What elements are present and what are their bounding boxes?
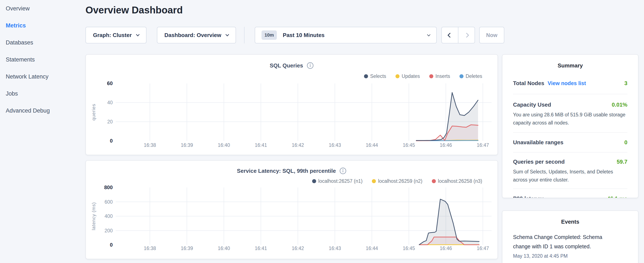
event-item[interactable]: Schema Change Completed: Schema change w… [502, 232, 638, 259]
legend-label: Updates [402, 73, 420, 79]
sidebar-item-advanced-debug[interactable]: Advanced Debug [0, 102, 86, 119]
sidebar-item-metrics[interactable]: Metrics [0, 17, 86, 34]
svg-text:16:42: 16:42 [292, 142, 304, 148]
legend-item[interactable]: Selects [364, 73, 386, 79]
sql-queries-chart[interactable]: 16:3816:3916:4016:4116:4216:4316:4416:45… [86, 80, 498, 153]
info-icon[interactable] [339, 167, 346, 174]
summary-row-label: Total Nodes [513, 80, 544, 87]
summary-row-p99-latency: P99 latency 46.1 ms [513, 189, 628, 198]
summary-body: Total Nodes View nodes list 3 Capacity U… [502, 69, 638, 198]
svg-text:16:38: 16:38 [144, 245, 156, 251]
svg-text:16:43: 16:43 [329, 142, 341, 148]
summary-row-value: 46.1 ms [607, 195, 628, 198]
sidebar: Overview Metrics Databases Statements Ne… [0, 0, 86, 263]
svg-text:16:47: 16:47 [477, 245, 489, 251]
event-message: Schema Change Completed: Schema change w… [513, 232, 615, 251]
toolbar-divider [244, 27, 244, 43]
summary-row-value: 0.01% [612, 102, 628, 108]
svg-text:latency (ms): latency (ms) [91, 202, 96, 230]
chart-legend: SelectsUpdatesInsertsDeletes [364, 73, 482, 79]
legend-dot-icon [396, 74, 400, 78]
summary-row-description: Sum of Selects, Updates, Inserts, and De… [513, 168, 628, 184]
time-range-step-group [442, 27, 475, 43]
legend-dot-icon [460, 74, 464, 78]
svg-text:16:44: 16:44 [366, 245, 378, 251]
summary-row-capacity-used: Capacity Used 0.01% You are using 28.6 M… [513, 94, 628, 133]
chevron-left-icon [447, 33, 452, 38]
chevron-down-icon [427, 33, 430, 36]
summary-row-value: 0 [624, 139, 628, 146]
dashboard-dropdown-label: Dashboard: Overview [164, 32, 221, 39]
svg-text:16:42: 16:42 [292, 245, 304, 251]
svg-text:16:47: 16:47 [477, 142, 489, 148]
summary-row-value: 59.7 [616, 158, 628, 165]
svg-text:600: 600 [104, 199, 113, 205]
summary-row-queries-per-second: Queries per second 59.7 Sum of Selects, … [513, 153, 628, 189]
svg-text:queries: queries [91, 104, 96, 120]
chart-title: SQL Queries [270, 62, 303, 69]
summary-row-description: You are using 28.6 MiB of 515.9 GiB usab… [513, 111, 628, 127]
legend-dot-icon [312, 179, 316, 183]
view-nodes-list-link[interactable]: View nodes list [548, 80, 586, 86]
summary-row-label: Unavailable ranges [513, 139, 564, 146]
svg-text:60: 60 [107, 80, 113, 86]
time-range-label: Past 10 Minutes [283, 32, 325, 39]
legend-item[interactable]: Inserts [429, 73, 450, 79]
graph-dropdown-label: Graph: Cluster [93, 32, 132, 39]
svg-text:16:45: 16:45 [403, 245, 415, 251]
legend-dot-icon [372, 179, 376, 183]
summary-row-label: Queries per second [513, 158, 565, 165]
svg-text:16:41: 16:41 [255, 245, 267, 251]
svg-text:16:46: 16:46 [440, 245, 452, 251]
svg-text:16:46: 16:46 [440, 142, 452, 148]
graph-dropdown[interactable]: Graph: Cluster [86, 27, 146, 43]
svg-text:16:39: 16:39 [181, 245, 193, 251]
summary-row-label: P99 latency [513, 195, 544, 198]
legend-item[interactable]: Deletes [460, 73, 482, 79]
main-content: Overview Dashboard Graph: Cluster Dashbo… [86, 0, 506, 263]
chart-title: Service Latency: SQL, 99th percentile [237, 168, 336, 174]
chevron-right-icon [464, 33, 469, 38]
time-back-button[interactable] [442, 27, 458, 43]
service-latency-chart-card: Service Latency: SQL, 99th percentile lo… [86, 160, 498, 259]
service-latency-chart[interactable]: 16:3816:3916:4016:4116:4216:4316:4416:45… [86, 183, 498, 257]
event-timestamp: May 13, 2020 at 4:45 PM [513, 253, 628, 259]
time-forward-button[interactable] [458, 27, 474, 43]
svg-text:0: 0 [110, 138, 113, 144]
chevron-down-icon [136, 33, 140, 36]
sidebar-item-network-latency[interactable]: Network Latency [0, 68, 86, 85]
legend-label: Selects [370, 73, 386, 79]
summary-card: Summary Total Nodes View nodes list 3 Ca… [502, 54, 638, 198]
chart-header: Service Latency: SQL, 99th percentile [86, 167, 498, 174]
svg-text:400: 400 [104, 213, 113, 219]
svg-text:16:41: 16:41 [255, 142, 267, 148]
chart-header: SQL Queries [86, 62, 498, 69]
legend-item[interactable]: Updates [396, 73, 420, 79]
legend-dot-icon [429, 74, 433, 78]
chevron-down-icon [225, 33, 229, 36]
time-range-badge: 10m [262, 31, 277, 40]
dashboard-dropdown[interactable]: Dashboard: Overview [157, 27, 236, 43]
svg-text:16:39: 16:39 [181, 142, 193, 148]
sidebar-item-statements[interactable]: Statements [0, 51, 86, 68]
sidebar-item-jobs[interactable]: Jobs [0, 85, 86, 102]
svg-text:16:40: 16:40 [218, 142, 230, 148]
now-button[interactable]: Now [479, 27, 504, 43]
info-icon[interactable] [306, 62, 314, 69]
summary-row-total-nodes: Total Nodes View nodes list 3 [513, 69, 628, 94]
svg-text:16:40: 16:40 [218, 245, 230, 251]
legend-label: Inserts [436, 73, 450, 79]
svg-text:16:45: 16:45 [403, 142, 415, 148]
sidebar-item-databases[interactable]: Databases [0, 34, 86, 51]
summary-title: Summary [502, 55, 638, 69]
events-card: Events Schema Change Completed: Schema c… [502, 210, 638, 263]
svg-text:0: 0 [110, 242, 113, 248]
legend-dot-icon [432, 179, 436, 183]
page-title: Overview Dashboard [86, 4, 183, 16]
time-range-dropdown[interactable]: 10m Past 10 Minutes [255, 27, 437, 43]
svg-text:20: 20 [107, 119, 113, 124]
sql-queries-chart-card: SQL Queries SelectsUpdatesInsertsDeletes… [86, 54, 498, 155]
svg-text:800: 800 [104, 184, 113, 190]
page: Overview Metrics Databases Statements Ne… [0, 0, 644, 263]
sidebar-item-overview[interactable]: Overview [0, 0, 86, 17]
